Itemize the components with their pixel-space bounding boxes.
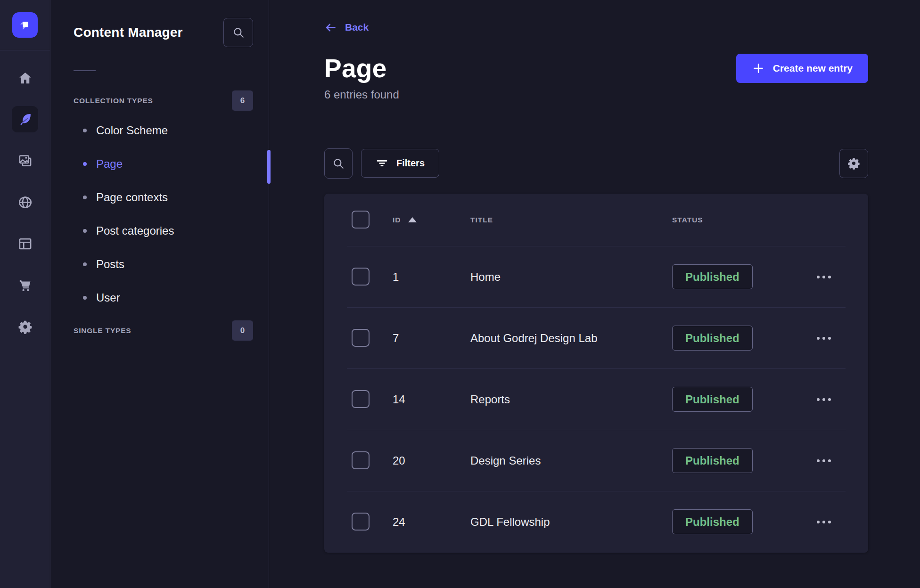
sidebar-item[interactable]: Color Scheme — [50, 114, 269, 147]
nav-media-library[interactable] — [12, 147, 38, 174]
view-settings-button[interactable] — [839, 149, 868, 178]
sidebar-item-label: Posts — [96, 258, 124, 271]
dot-icon — [817, 337, 820, 340]
select-all-checkbox[interactable] — [352, 211, 370, 229]
row-actions-button[interactable] — [812, 271, 836, 283]
bullet-icon — [83, 196, 87, 199]
media-library-icon — [18, 154, 33, 168]
sidebar-item[interactable]: Posts — [50, 247, 269, 281]
dot-icon — [822, 521, 825, 523]
search-icon — [232, 26, 245, 39]
status-badge: Published — [672, 326, 753, 351]
sidebar-item[interactable]: User — [50, 281, 269, 314]
column-header-id[interactable]: ID — [393, 216, 401, 224]
table-search-button[interactable] — [324, 148, 353, 179]
dot-icon — [817, 398, 820, 401]
row-checkbox[interactable] — [352, 451, 370, 469]
sidebar-search-button[interactable] — [223, 18, 253, 47]
bullet-icon — [83, 296, 87, 300]
dot-icon — [828, 337, 831, 340]
dot-icon — [828, 276, 831, 278]
gear-icon — [847, 157, 860, 170]
cell-title: Home — [470, 270, 672, 284]
filter-icon — [376, 157, 388, 170]
row-checkbox[interactable] — [352, 390, 370, 408]
sidebar-item-label: Post categories — [96, 224, 174, 237]
nav-settings[interactable] — [12, 313, 38, 340]
page-title-block: Page 6 entries found — [324, 54, 399, 101]
back-link[interactable]: Back — [324, 21, 369, 34]
strapi-logo-icon — [18, 18, 32, 32]
table-row[interactable]: 7 About Godrej Design Lab Published — [324, 308, 868, 369]
table-row[interactable]: 1 Home Published — [324, 246, 868, 308]
cell-id: 14 — [393, 393, 470, 406]
sidebar-item-label: Page — [96, 157, 123, 171]
nav-content-type-builder[interactable] — [12, 230, 38, 257]
status-badge: Published — [672, 387, 753, 412]
row-actions-button[interactable] — [812, 393, 836, 406]
nav-rail-icons — [12, 50, 38, 340]
dot-icon — [822, 276, 825, 278]
bullet-icon — [83, 229, 87, 233]
filters-label: Filters — [396, 158, 425, 169]
cart-icon — [18, 278, 33, 293]
collection-types-label: COLLECTION TYPES — [74, 97, 153, 105]
cell-id: 7 — [393, 332, 470, 345]
dot-icon — [822, 337, 825, 340]
sidebar-item-label: Page contexts — [96, 191, 168, 204]
row-actions-button[interactable] — [812, 455, 836, 467]
cell-title: About Godrej Design Lab — [470, 332, 672, 345]
entries-table-card: ID TITLE STATUS 1 Home Published — [324, 194, 868, 553]
sidebar-item[interactable]: Post categories — [50, 214, 269, 247]
create-new-entry-button[interactable]: Create new entry — [736, 54, 868, 83]
row-checkbox[interactable] — [352, 329, 370, 347]
filters-button[interactable]: Filters — [361, 149, 439, 178]
status-badge: Published — [672, 509, 753, 534]
gear-icon — [18, 319, 33, 334]
home-icon — [18, 71, 33, 85]
globe-icon — [18, 195, 33, 210]
page-title: Page — [324, 54, 399, 83]
strapi-logo[interactable] — [12, 12, 38, 38]
sidebar-divider — [74, 70, 96, 71]
nav-home[interactable] — [12, 65, 38, 91]
row-actions-button[interactable] — [812, 516, 836, 528]
row-checkbox[interactable] — [352, 268, 370, 286]
workspace-logo-section — [0, 0, 50, 50]
main-nav-rail — [0, 0, 50, 588]
plus-icon — [752, 62, 765, 75]
dot-icon — [817, 521, 820, 523]
dot-icon — [817, 276, 820, 278]
table-row[interactable]: 20 Design Series Published — [324, 430, 868, 491]
cell-title: GDL Fellowship — [470, 515, 672, 529]
column-header-status[interactable]: STATUS — [672, 216, 703, 224]
entries-count: 6 entries found — [324, 88, 399, 101]
collection-types-header: COLLECTION TYPES 6 — [50, 90, 269, 111]
sort-ascending-icon[interactable] — [408, 217, 417, 222]
dot-icon — [828, 521, 831, 523]
sidebar-item-label: User — [96, 291, 120, 304]
column-header-title[interactable]: TITLE — [470, 216, 493, 224]
nav-content-manager[interactable] — [12, 106, 38, 132]
sidebar-item[interactable]: Page contexts — [50, 180, 269, 214]
status-badge: Published — [672, 264, 753, 289]
cell-title: Design Series — [470, 454, 672, 467]
table-row[interactable]: 24 GDL Fellowship Published — [324, 491, 868, 553]
single-types-count-badge: 0 — [232, 320, 253, 341]
collection-types-list: Color Scheme Page Page contexts Post cat… — [50, 114, 269, 314]
bullet-icon — [83, 262, 87, 266]
layout-icon — [18, 237, 33, 251]
search-icon — [332, 157, 345, 170]
feather-icon — [18, 112, 33, 127]
table-row[interactable]: 14 Reports Published — [324, 369, 868, 430]
nav-marketplace[interactable] — [12, 272, 38, 298]
sidebar-item[interactable]: Page — [50, 147, 269, 180]
status-badge: Published — [672, 448, 753, 473]
nav-globe[interactable] — [12, 189, 38, 215]
table-header-row: ID TITLE STATUS — [324, 194, 868, 246]
content-manager-sidebar: Content Manager COLLECTION TYPES 6 Color… — [50, 0, 269, 588]
row-actions-button[interactable] — [812, 332, 836, 344]
sidebar-title: Content Manager — [74, 25, 183, 40]
collection-types-count-badge: 6 — [232, 90, 253, 111]
row-checkbox[interactable] — [352, 513, 370, 531]
